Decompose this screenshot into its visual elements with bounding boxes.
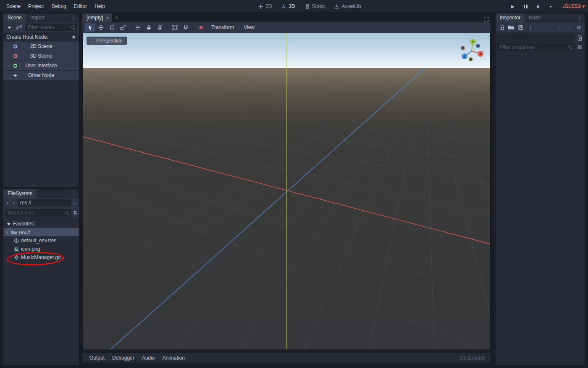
play-scene-button[interactable]	[547, 3, 554, 10]
renderer-label: GLES3	[564, 3, 581, 9]
scene-dock-menu-icon[interactable]: ⋮	[69, 13, 79, 22]
sliders-icon	[577, 45, 582, 50]
workspace-assetlib-button[interactable]: AssetLib	[331, 0, 364, 13]
filesystem-menu-icon[interactable]: ⋮	[69, 189, 79, 198]
perspective-menu[interactable]: ⋮ Perspective	[87, 37, 127, 45]
root-option-user-interface[interactable]: User Interface	[3, 61, 79, 70]
animation-tab[interactable]: Animation	[158, 353, 188, 363]
save-resource-button[interactable]	[517, 24, 525, 31]
menu-debug[interactable]: Debug	[47, 0, 70, 13]
neg-z-axis-ball[interactable]	[476, 44, 480, 48]
object-history-button[interactable]: ↺	[575, 24, 583, 31]
root-option-other-node[interactable]: + Other Node	[3, 71, 79, 80]
z-axis-label: Z	[464, 55, 466, 58]
scene-tab-empty[interactable]: [empty] ×	[82, 13, 112, 22]
tab-scene[interactable]: Scene	[3, 13, 26, 22]
tree-item-res[interactable]: ▾ res://	[4, 228, 79, 236]
star-icon: ★	[7, 221, 11, 227]
viewport-toolbar: Transform View	[82, 22, 491, 33]
axis-gizmo[interactable]: Y X Z	[458, 37, 485, 64]
transform-menu[interactable]: Transform	[207, 22, 239, 33]
move-icon	[98, 24, 104, 31]
filter-properties-row	[496, 42, 585, 51]
workspace-switcher: 2D 3D Script AssetLib	[255, 0, 364, 13]
tree-item-default-env[interactable]: default_env.tres	[3, 236, 79, 245]
instance-scene-button[interactable]	[15, 23, 24, 32]
gdscript-icon	[13, 255, 19, 260]
nav-forward-button[interactable]: ›	[11, 200, 16, 206]
select-tool-button[interactable]	[85, 23, 95, 32]
add-node-button[interactable]: +	[5, 23, 13, 32]
move-tool-button[interactable]	[96, 23, 106, 32]
tree-item-musicmanager-gd[interactable]: MusicManager.gd	[3, 253, 79, 262]
tree-item-favorites[interactable]: ★ Favorites:	[3, 220, 79, 228]
menu-help[interactable]: Help	[91, 0, 109, 13]
renderer-dropdown[interactable]: GLES3 ▾	[564, 0, 585, 13]
search-files-box	[5, 209, 71, 217]
audio-tab[interactable]: Audio	[138, 353, 159, 363]
root-option-3d-scene[interactable]: 3D Scene	[3, 51, 79, 61]
object-name-input[interactable]	[497, 35, 575, 41]
sun-icon	[198, 24, 204, 31]
menu-editor[interactable]: Editor	[70, 0, 91, 13]
search-files-input[interactable]	[5, 210, 71, 216]
open-docs-button[interactable]	[576, 35, 583, 41]
tab-import[interactable]: Import	[26, 13, 49, 22]
image-icon	[13, 246, 19, 252]
history-forward-button[interactable]: ›	[565, 24, 573, 31]
lock-tool-button[interactable]	[144, 23, 154, 32]
3d-viewport[interactable]: ⋮ Perspective Y X Z	[82, 33, 491, 350]
list-select-tool-button[interactable]	[133, 23, 143, 32]
split-mode-icon[interactable]: ≡	[72, 200, 77, 206]
distraction-free-icon[interactable]	[483, 16, 489, 22]
view-menu[interactable]: View	[239, 22, 259, 33]
current-path[interactable]: res://	[18, 199, 71, 207]
new-scene-tab-button[interactable]: +	[115, 13, 118, 22]
filter-nodes-input[interactable]	[25, 24, 77, 30]
load-resource-button[interactable]	[507, 24, 515, 31]
filesystem-searchbar: ⇅	[3, 208, 79, 217]
workspace-3d-button[interactable]: 3D	[278, 0, 298, 13]
expand-sections-button[interactable]	[576, 45, 583, 50]
rotate-tool-button[interactable]	[107, 23, 117, 32]
tab-inspector[interactable]: Inspector	[496, 13, 525, 22]
output-tab[interactable]: Output	[86, 353, 108, 363]
script-icon	[304, 4, 310, 9]
pause-button[interactable]	[522, 3, 529, 10]
rotate-icon	[109, 24, 115, 31]
y-axis-label: Y	[472, 40, 474, 44]
x-axis-label: X	[479, 52, 482, 56]
snap-tool-button[interactable]	[181, 23, 191, 32]
inspector-menu-icon[interactable]: ⋮	[575, 13, 585, 22]
unlock-tool-button[interactable]	[155, 23, 165, 32]
tree-collapse-icon[interactable]: ▾	[5, 230, 9, 234]
tree-item-label: Favorites:	[13, 221, 35, 227]
nav-back-button[interactable]: ‹	[5, 200, 10, 206]
sort-files-icon[interactable]: ⇅	[73, 210, 77, 216]
play-scene-icon	[548, 4, 554, 9]
close-icon[interactable]: ×	[106, 15, 109, 21]
favorites-star-icon[interactable]: ★	[71, 34, 76, 40]
scale-tool-button[interactable]	[118, 23, 128, 32]
debugger-tab[interactable]: Debugger	[108, 353, 138, 363]
menu-project[interactable]: Project	[24, 0, 47, 13]
node2d-icon	[13, 45, 17, 48]
toolbar-separator	[167, 24, 168, 31]
stop-button[interactable]: ■	[534, 3, 542, 10]
neg-y-axis-ball[interactable]	[469, 58, 473, 61]
tab-filesystem[interactable]: FileSystem	[3, 189, 37, 198]
menu-scene[interactable]: Scene	[3, 0, 24, 13]
neg-x-axis-ball[interactable]	[461, 46, 465, 50]
root-option-2d-scene[interactable]: 2D Scene	[3, 42, 79, 51]
filter-properties-input[interactable]	[497, 44, 575, 50]
workspace-2d-button[interactable]: 2D	[255, 0, 275, 13]
new-resource-button[interactable]	[498, 24, 505, 31]
sun-preview-button[interactable]	[196, 23, 206, 32]
tab-node[interactable]: Node	[525, 13, 545, 22]
workspace-script-button[interactable]: Script	[301, 0, 328, 13]
history-back-button[interactable]: ‹	[556, 24, 563, 31]
group-tool-button[interactable]	[170, 23, 180, 32]
play-button[interactable]: ▶	[509, 3, 517, 10]
resource-extra-menu-icon[interactable]: ⋮	[527, 24, 534, 31]
tree-item-icon-png[interactable]: icon.png	[3, 245, 79, 253]
